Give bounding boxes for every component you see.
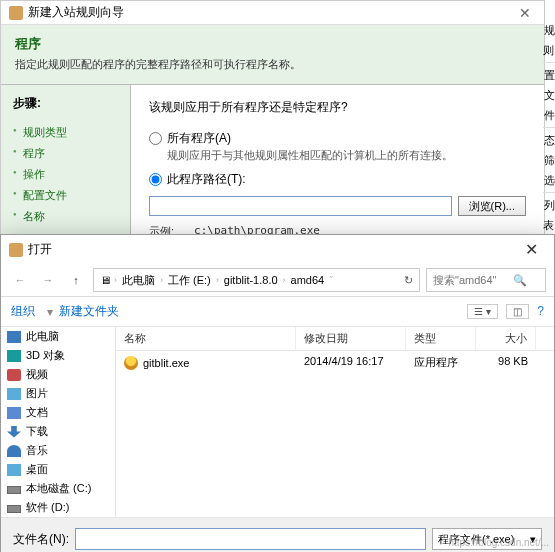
step-action[interactable]: 操作 (13, 164, 118, 185)
pc-icon: 🖥 (100, 274, 111, 286)
chevron-down-icon[interactable]: ▾ (47, 305, 53, 319)
wizard-question: 该规则应用于所有程序还是特定程序? (149, 99, 526, 116)
option-all-programs[interactable]: 所有程序(A) 规则应用于与其他规则属性相匹配的计算机上的所有连接。 (149, 130, 526, 163)
file-title: 打开 (28, 241, 52, 258)
option-path-label: 此程序路径(T): (167, 171, 246, 188)
step-name[interactable]: 名称 (13, 206, 118, 227)
wizard-titlebar: 新建入站规则向导 ✕ (1, 1, 544, 25)
radio-path[interactable] (149, 173, 162, 186)
refresh-icon[interactable]: ↻ (404, 274, 413, 287)
option-all-label: 所有程序(A) (167, 130, 453, 147)
step-profile[interactable]: 配置文件 (13, 185, 118, 206)
side-videos[interactable]: 视频 (1, 365, 115, 384)
file-date: 2014/4/19 16:17 (296, 355, 406, 370)
file-size: 98 KB (476, 355, 536, 370)
side-desktop[interactable]: 桌面 (1, 460, 115, 479)
forward-icon[interactable]: → (37, 269, 59, 291)
steps-heading: 步骤: (13, 95, 118, 112)
side-3d-objects[interactable]: 3D 对象 (1, 346, 115, 365)
side-music[interactable]: 音乐 (1, 441, 115, 460)
option-this-path[interactable]: 此程序路径(T): (149, 171, 526, 188)
watermark: https://blog.csdn.net/... (448, 537, 549, 548)
col-name[interactable]: 名称 (116, 327, 296, 350)
close-icon[interactable]: ✕ (517, 240, 546, 259)
crumb[interactable]: 工作 (E:) (166, 273, 213, 288)
file-row[interactable]: gitblit.exe 2014/4/19 16:17 应用程序 98 KB (116, 351, 554, 374)
radio-all[interactable] (149, 132, 162, 145)
background-panel-peek: 规则... 置文件 态筛选 列表... (543, 18, 555, 238)
up-icon[interactable]: ↑ (65, 269, 87, 291)
col-type[interactable]: 类型 (406, 327, 476, 350)
shield-icon (9, 243, 23, 257)
firewall-rule-wizard: 新建入站规则向导 ✕ 程序 指定此规则匹配的程序的完整程序路径和可执行程序名称。… (0, 0, 545, 265)
step-program[interactable]: 程序 (13, 143, 118, 164)
side-pictures[interactable]: 图片 (1, 384, 115, 403)
side-downloads[interactable]: 下载 (1, 422, 115, 441)
chevron-down-icon[interactable]: ˅ (329, 275, 334, 285)
wizard-title: 新建入站规则向导 (28, 4, 124, 21)
side-drive-c[interactable]: 本地磁盘 (C:) (1, 479, 115, 498)
file-name: gitblit.exe (143, 357, 189, 369)
file-list: 名称 修改日期 类型 大小 gitblit.exe 2014/4/19 16:1… (116, 327, 554, 517)
header-subtitle: 指定此规则匹配的程序的完整程序路径和可执行程序名称。 (15, 57, 530, 72)
exe-icon (124, 356, 138, 370)
file-navbar: ← → ↑ 🖥 › 此电脑 › 工作 (E:) › gitblit-1.8.0 … (1, 264, 554, 297)
preview-pane-button[interactable]: ◫ (506, 304, 529, 319)
filename-label: 文件名(N): (13, 531, 69, 548)
side-this-pc[interactable]: 此电脑 (1, 327, 115, 346)
browse-button[interactable]: 浏览(R)... (458, 196, 526, 216)
col-date[interactable]: 修改日期 (296, 327, 406, 350)
crumb[interactable]: amd64 (289, 274, 327, 286)
crumb[interactable]: gitblit-1.8.0 (222, 274, 280, 286)
header-title: 程序 (15, 35, 530, 53)
search-input[interactable] (433, 274, 513, 286)
step-ruletype[interactable]: 规则类型 (13, 122, 118, 143)
file-titlebar: 打开 ✕ (1, 235, 554, 264)
col-size[interactable]: 大小 (476, 327, 536, 350)
side-drive-d[interactable]: 软件 (D:) (1, 498, 115, 517)
file-type: 应用程序 (406, 355, 476, 370)
file-toolbar: 组织 ▾ 新建文件夹 ☰ ▾ ◫ ? (1, 297, 554, 327)
back-icon[interactable]: ← (9, 269, 31, 291)
crumb[interactable]: 此电脑 (120, 273, 157, 288)
shield-icon (9, 6, 23, 20)
search-icon[interactable]: 🔍 (513, 274, 527, 287)
side-documents[interactable]: 文档 (1, 403, 115, 422)
view-mode-button[interactable]: ☰ ▾ (467, 304, 498, 319)
organize-menu[interactable]: 组织 (11, 303, 35, 320)
option-all-desc: 规则应用于与其他规则属性相匹配的计算机上的所有连接。 (167, 149, 453, 163)
wizard-header: 程序 指定此规则匹配的程序的完整程序路径和可执行程序名称。 (1, 25, 544, 85)
file-list-header: 名称 修改日期 类型 大小 (116, 327, 554, 351)
new-folder-button[interactable]: 新建文件夹 (59, 303, 119, 320)
program-path-input[interactable] (149, 196, 452, 216)
help-icon[interactable]: ? (537, 304, 544, 319)
filename-input[interactable] (75, 528, 426, 550)
close-icon[interactable]: ✕ (514, 5, 536, 21)
file-sidebar: 此电脑 3D 对象 视频 图片 文档 下载 音乐 桌面 本地磁盘 (C:) 软件… (1, 327, 116, 517)
search-box[interactable]: 🔍 (426, 268, 546, 292)
file-open-dialog: 打开 ✕ ← → ↑ 🖥 › 此电脑 › 工作 (E:) › gitblit-1… (0, 234, 555, 552)
address-bar[interactable]: 🖥 › 此电脑 › 工作 (E:) › gitblit-1.8.0 › amd6… (93, 268, 420, 292)
